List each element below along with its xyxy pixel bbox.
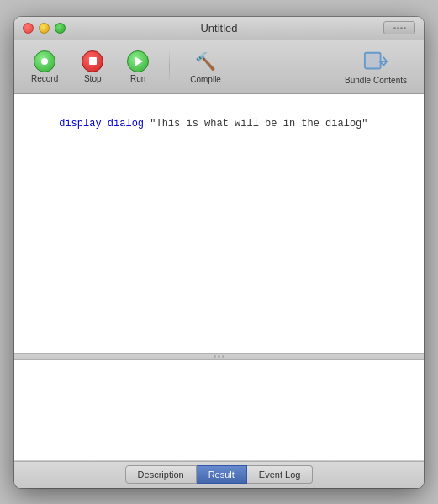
toolbar: Record Stop Run 🔨 Compile [14, 40, 424, 94]
toolbar-right: Bundle Contents [336, 45, 415, 88]
stop-icon [82, 50, 103, 72]
stop-button[interactable]: Stop [73, 47, 112, 87]
tab-result[interactable]: Result [197, 465, 247, 484]
editor-content[interactable]: display dialog "This is what will be in … [14, 94, 424, 353]
tab-event-log[interactable]: Event Log [247, 465, 314, 484]
resize-handle[interactable] [14, 353, 424, 360]
hammer-icon: 🔨 [195, 50, 217, 73]
compile-label: Compile [190, 75, 221, 84]
tab-bar: Description Result Event Log [14, 461, 424, 488]
tab-description[interactable]: Description [125, 465, 197, 484]
resize-handle-dots [214, 355, 224, 358]
code-string: "This is what will be in the dialog" [144, 118, 367, 130]
bundle-icon [363, 49, 388, 74]
editor-area[interactable]: display dialog "This is what will be in … [14, 94, 424, 353]
window-resize-widget [383, 21, 415, 34]
run-icon [127, 50, 149, 72]
run-button[interactable]: Run [119, 47, 157, 87]
main-window: Untitled Record Stop Run 🔨 Compile [14, 17, 424, 488]
result-area [14, 360, 424, 461]
window-title: Untitled [200, 22, 237, 34]
minimize-button[interactable] [39, 23, 50, 34]
bundle-contents-button[interactable]: Bundle Contents [336, 45, 415, 88]
run-label: Run [130, 74, 145, 83]
title-bar: Untitled [14, 17, 424, 40]
record-button[interactable]: Record [23, 47, 66, 87]
keyword-display: display dialog [59, 118, 144, 130]
bundle-label: Bundle Contents [345, 76, 407, 85]
record-label: Record [31, 74, 58, 83]
toolbar-separator [169, 50, 170, 83]
resize-dots [393, 27, 406, 29]
record-icon [34, 50, 55, 72]
svg-rect-0 [365, 52, 381, 68]
close-button[interactable] [23, 23, 34, 34]
traffic-lights [23, 23, 66, 34]
compile-button[interactable]: 🔨 Compile [182, 46, 230, 88]
maximize-button[interactable] [55, 23, 66, 34]
stop-label: Stop [84, 74, 102, 83]
